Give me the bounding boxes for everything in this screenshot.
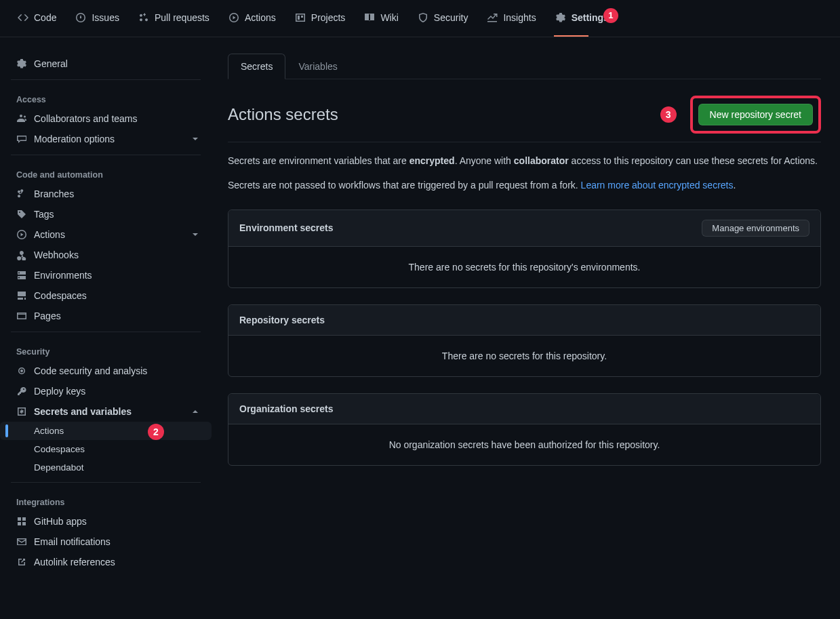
tab-variables[interactable]: Variables <box>285 54 350 79</box>
panel-empty-message: There are no secrets for this repository… <box>228 247 820 287</box>
tab-issues[interactable]: Issues <box>68 0 125 37</box>
sidebar-item-branches[interactable]: Branches <box>0 184 212 204</box>
description-paragraph-2: Secrets are not passed to workflows that… <box>228 178 821 193</box>
graph-icon <box>487 12 498 23</box>
scan-icon <box>16 365 27 376</box>
sidebar-item-actions[interactable]: Actions <box>0 224 212 245</box>
sidebar-item-collaborators[interactable]: Collaborators and teams <box>0 108 212 129</box>
chevron-down-icon <box>190 134 201 144</box>
settings-sidebar: General Access Collaborators and teams M… <box>0 37 217 588</box>
server-icon <box>16 270 27 281</box>
play-circle-icon <box>228 12 239 23</box>
sidebar-group-access: Access <box>0 89 212 108</box>
sidebar-item-label: Dependabot <box>34 462 84 473</box>
main-content: Secrets Variables Actions secrets 3 New … <box>217 37 840 588</box>
sidebar-item-pages[interactable]: Pages <box>0 306 212 326</box>
tab-security[interactable]: Security <box>411 0 475 37</box>
sidebar-item-autolink[interactable]: Autolink references <box>0 552 212 572</box>
description-paragraph-1: Secrets are environment variables that a… <box>228 153 821 168</box>
play-circle-icon <box>16 229 27 240</box>
sidebar-item-webhooks[interactable]: Webhooks <box>0 245 212 265</box>
sidebar-item-label: Webhooks <box>34 249 79 260</box>
sidebar-group-integrations: Integrations <box>0 492 212 511</box>
sidebar-item-email-notifications[interactable]: Email notifications <box>0 532 212 552</box>
tab-label: Issues <box>92 12 119 23</box>
tab-pull-requests[interactable]: Pull requests <box>132 0 216 37</box>
tab-label: Code <box>34 12 56 23</box>
sidebar-group-security: Security <box>0 342 212 361</box>
annotation-step-1: 1 <box>603 8 618 23</box>
mail-icon <box>16 536 27 547</box>
panel-title: Environment secrets <box>239 222 334 233</box>
panel-title: Repository secrets <box>239 315 325 325</box>
sidebar-item-label: Moderation options <box>34 134 115 144</box>
sidebar-item-label: Actions <box>34 426 64 436</box>
sidebar-item-secrets-variables[interactable]: Secrets and variables <box>0 401 212 422</box>
chevron-down-icon <box>190 229 201 240</box>
divider <box>11 332 201 332</box>
sidebar-item-tags[interactable]: Tags <box>0 204 212 224</box>
sidebar-item-label: Pages <box>34 311 61 321</box>
repo-tabs: Code Issues Pull requests Actions Projec… <box>0 0 840 37</box>
organization-secrets-panel: Organization secrets No organization sec… <box>228 393 821 466</box>
sidebar-item-moderation[interactable]: Moderation options <box>0 129 212 149</box>
learn-more-link[interactable]: Learn more about encrypted secrets <box>581 180 734 191</box>
pr-icon <box>138 12 149 23</box>
svg-point-0 <box>80 17 81 18</box>
webhook-icon <box>16 249 27 260</box>
shield-icon <box>418 12 428 23</box>
manage-environments-button[interactable]: Manage environments <box>702 220 809 237</box>
tab-projects[interactable]: Projects <box>288 0 353 37</box>
people-icon <box>16 113 27 124</box>
sidebar-item-label: Branches <box>34 188 74 199</box>
branch-icon <box>16 188 27 199</box>
sidebar-item-label: General <box>34 58 68 69</box>
tab-code[interactable]: Code <box>11 0 63 37</box>
sidebar-item-codespaces[interactable]: Codespaces <box>0 285 212 306</box>
project-icon <box>295 12 306 23</box>
sidebar-item-label: Secrets and variables <box>34 406 132 417</box>
sidebar-item-label: Code security and analysis <box>34 365 147 376</box>
sidebar-item-general[interactable]: General <box>0 54 212 74</box>
divider <box>11 79 201 80</box>
tab-label: Security <box>434 12 468 23</box>
tab-wiki[interactable]: Wiki <box>357 0 405 37</box>
link-external-icon <box>16 557 27 567</box>
environment-secrets-panel: Environment secrets Manage environments … <box>228 209 821 288</box>
panel-empty-message: There are no secrets for this repository… <box>228 336 820 376</box>
sidebar-group-code-automation: Code and automation <box>0 165 212 184</box>
key-icon <box>16 386 27 397</box>
sidebar-item-github-apps[interactable]: GitHub apps <box>0 511 212 532</box>
gear-icon <box>16 58 27 69</box>
page-title: Actions secrets <box>228 105 338 124</box>
repository-secrets-panel: Repository secrets There are no secrets … <box>228 304 821 377</box>
sidebar-item-label: Environments <box>34 270 92 281</box>
sidebar-sub-actions[interactable]: Actions 2 <box>0 422 212 440</box>
tab-insights[interactable]: Insights <box>480 0 542 37</box>
tab-secrets[interactable]: Secrets <box>228 54 285 79</box>
sidebar-sub-dependabot[interactable]: Dependabot <box>0 458 212 477</box>
page-header: Actions secrets 3 New repository secret <box>228 96 821 142</box>
browser-icon <box>16 311 27 321</box>
tab-label: Projects <box>311 12 346 23</box>
sidebar-item-code-security[interactable]: Code security and analysis <box>0 361 212 381</box>
sidebar-item-label: Codespaces <box>34 444 85 454</box>
sidebar-item-label: Codespaces <box>34 290 87 301</box>
annotation-step-2: 2 <box>148 424 164 440</box>
sidebar-item-label: Email notifications <box>34 536 111 547</box>
sidebar-item-environments[interactable]: Environments <box>0 265 212 285</box>
sidebar-item-label: Collaborators and teams <box>34 113 138 124</box>
sidebar-item-label: Deploy keys <box>34 386 85 397</box>
panel-empty-message: No organization secrets have been author… <box>228 424 820 465</box>
annotation-step-3: 3 <box>660 106 677 123</box>
sidebar-item-deploy-keys[interactable]: Deploy keys <box>0 381 212 401</box>
sidebar-item-label: Tags <box>34 209 54 220</box>
sidebar-item-label: Autolink references <box>34 557 115 567</box>
new-repository-secret-button[interactable]: New repository secret <box>698 104 813 125</box>
description: Secrets are environment variables that a… <box>228 153 821 193</box>
tab-settings[interactable]: Settings 1 <box>548 0 616 37</box>
sidebar-sub-codespaces[interactable]: Codespaces <box>0 440 212 458</box>
codespaces-icon <box>16 290 27 301</box>
tab-actions[interactable]: Actions <box>222 0 283 37</box>
tab-label: Pull requests <box>155 12 209 23</box>
